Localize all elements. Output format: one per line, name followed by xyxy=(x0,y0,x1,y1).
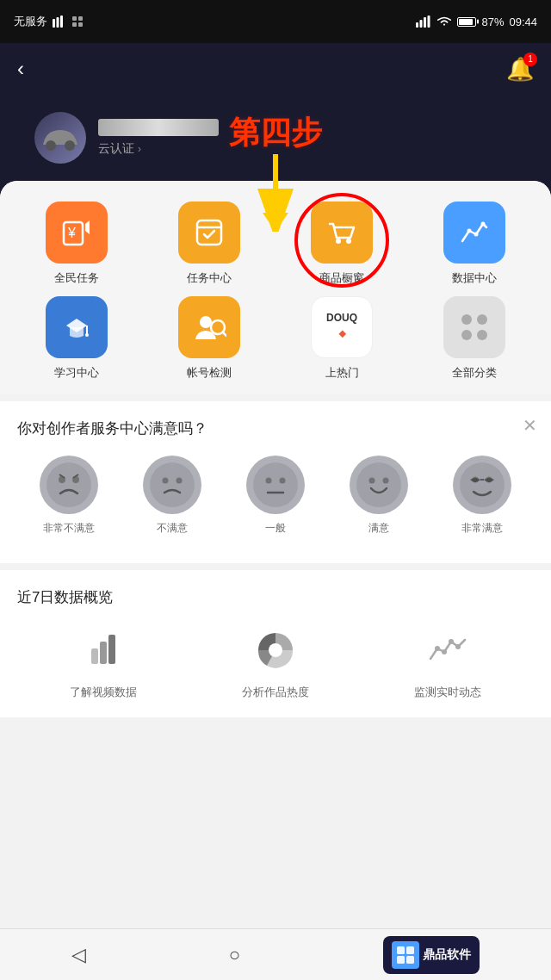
svg-rect-8 xyxy=(420,20,423,28)
svg-point-51 xyxy=(460,462,505,507)
very-happy-label: 非常满意 xyxy=(461,521,503,536)
data-item-video[interactable]: 了解视频数据 xyxy=(70,624,137,700)
battery-icon xyxy=(457,17,476,27)
svg-rect-18 xyxy=(197,220,221,245)
satisfaction-title: 你对创作者服务中心满意吗？ xyxy=(17,419,534,438)
avatar xyxy=(34,112,86,164)
satisfaction-section: ✕ 你对创作者服务中心满意吗？ 非常不满意 xyxy=(0,401,551,563)
signal-icon xyxy=(416,16,431,28)
battery-tip xyxy=(477,20,479,24)
menu-item-xuexi[interactable]: 学习中心 xyxy=(14,296,139,381)
heat-icon xyxy=(250,624,301,676)
back-button[interactable]: ‹ xyxy=(17,57,24,81)
svg-rect-63 xyxy=(397,946,405,954)
svg-point-60 xyxy=(442,649,447,654)
back-nav-button[interactable]: ◁ xyxy=(71,944,86,966)
svg-rect-9 xyxy=(424,17,426,28)
unhappy-label: 不满意 xyxy=(157,521,188,536)
svg-rect-65 xyxy=(397,956,405,964)
menu-item-shangpin[interactable]: 商品橱窗 xyxy=(279,202,405,286)
svg-point-62 xyxy=(455,644,461,649)
status-left: 无服务 xyxy=(14,14,84,29)
battery-fill xyxy=(459,19,473,25)
svg-point-41 xyxy=(150,462,195,507)
svg-rect-0 xyxy=(53,19,55,28)
fenlei-icon xyxy=(443,296,505,358)
svg-point-42 xyxy=(163,478,169,484)
profile-section: 云认证 › xyxy=(17,103,534,181)
xuexi-label: 学习中心 xyxy=(54,365,99,381)
notification-button[interactable]: 🔔 1 xyxy=(506,56,534,83)
svg-point-14 xyxy=(46,140,56,151)
svg-point-24 xyxy=(467,229,472,233)
svg-rect-5 xyxy=(72,22,77,27)
sim-icon xyxy=(53,16,66,28)
very-unhappy-face xyxy=(40,456,98,514)
video-data-label: 了解视频数据 xyxy=(70,685,137,700)
svg-point-25 xyxy=(474,233,479,237)
svg-point-49 xyxy=(369,478,375,484)
profile-name-blur xyxy=(98,119,219,136)
svg-point-28 xyxy=(85,333,89,337)
menu-item-renwu[interactable]: 任务中心 xyxy=(146,202,272,286)
brand-logo: 鼎品软件 xyxy=(383,936,480,974)
zhanghao-icon xyxy=(178,296,240,358)
emoji-very-unhappy[interactable]: 非常不满意 xyxy=(40,456,98,536)
svg-point-48 xyxy=(356,462,401,507)
svg-rect-6 xyxy=(78,22,83,27)
shuju-icon xyxy=(443,202,505,264)
time-text: 09:44 xyxy=(509,16,537,28)
svg-point-50 xyxy=(383,478,389,484)
svg-rect-10 xyxy=(428,16,430,28)
shang-label: 上热门 xyxy=(325,365,359,381)
menu-item-fenlei[interactable]: 全部分类 xyxy=(412,296,537,381)
fenlei-label: 全部分类 xyxy=(452,365,497,381)
menu-item-shang[interactable]: DOUQ ⬥ 上热门 xyxy=(279,296,405,381)
status-right: 87% 09:44 xyxy=(416,16,537,28)
battery-text: 87% xyxy=(481,16,504,28)
close-button[interactable]: ✕ xyxy=(523,415,537,436)
profile-cert[interactable]: 云认证 › xyxy=(98,141,219,157)
svg-point-33 xyxy=(477,314,487,325)
emoji-row: 非常不满意 不满意 xyxy=(17,456,534,536)
home-nav-button[interactable]: ○ xyxy=(229,944,240,966)
extra-icon xyxy=(71,16,84,28)
svg-line-31 xyxy=(223,332,226,336)
menu-item-shuju[interactable]: 数据中心 xyxy=(412,202,537,286)
data-item-realtime[interactable]: 监测实时动态 xyxy=(414,624,481,700)
shuju-label: 数据中心 xyxy=(452,270,497,286)
neutral-label: 一般 xyxy=(265,521,286,536)
menu-item-quanmin[interactable]: ¥ 全民任务 xyxy=(14,202,139,286)
renwu-label: 任务中心 xyxy=(187,270,232,286)
svg-point-34 xyxy=(461,330,472,340)
svg-point-35 xyxy=(477,330,487,340)
shangpin-icon xyxy=(311,202,373,264)
svg-point-61 xyxy=(449,639,454,644)
main-scrollable: 云认证 › ¥ 全民任务 xyxy=(0,95,551,928)
data-icons-row: 了解视频数据 分析作品热度 xyxy=(17,624,534,700)
shangpin-label: 商品橱窗 xyxy=(319,270,364,286)
menu-item-zhanghao[interactable]: 帐号检测 xyxy=(146,296,272,381)
cert-label: 云认证 xyxy=(98,141,134,157)
zhanghao-label: 帐号检测 xyxy=(187,365,232,381)
profile-info: 云认证 › xyxy=(98,119,219,157)
emoji-unhappy[interactable]: 不满意 xyxy=(143,456,201,536)
emoji-very-happy[interactable]: 非常满意 xyxy=(453,456,511,536)
data-item-heat[interactable]: 分析作品热度 xyxy=(242,624,309,700)
quanmin-icon: ¥ xyxy=(46,202,108,264)
svg-rect-64 xyxy=(406,946,414,954)
wifi-icon xyxy=(436,16,452,28)
svg-point-36 xyxy=(46,462,91,507)
svg-point-43 xyxy=(176,478,183,484)
carrier-text: 无服务 xyxy=(14,14,47,29)
data-title: 近7日数据概览 xyxy=(17,587,534,607)
happy-face xyxy=(350,456,408,514)
emoji-neutral[interactable]: 一般 xyxy=(246,456,305,536)
shang-icon: DOUQ ⬥ xyxy=(311,296,373,358)
quanmin-label: 全民任务 xyxy=(54,270,99,286)
dark-header: 云认证 › xyxy=(0,95,551,181)
svg-point-46 xyxy=(280,478,286,484)
svg-rect-2 xyxy=(60,16,63,28)
emoji-happy[interactable]: 满意 xyxy=(350,456,408,536)
svg-text:¥: ¥ xyxy=(67,226,76,240)
